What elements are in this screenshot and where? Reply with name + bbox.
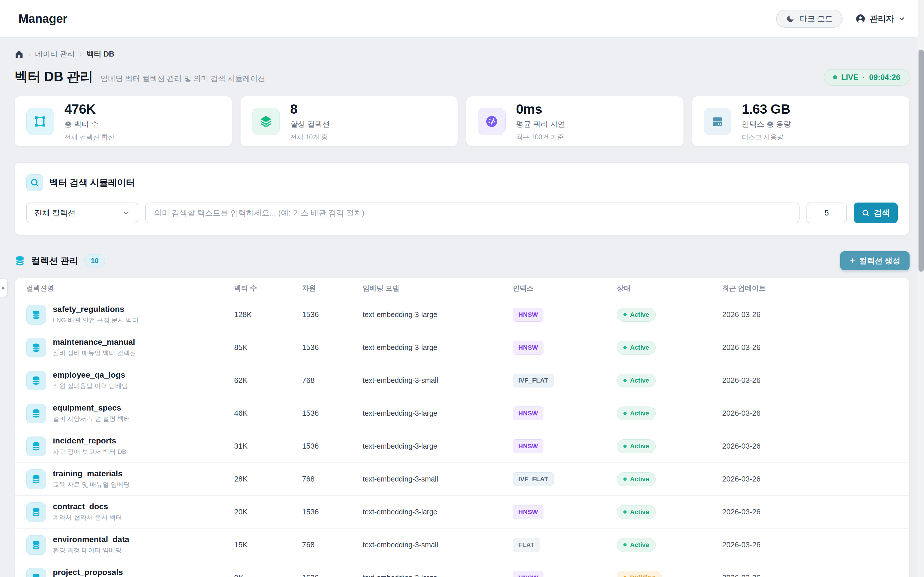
page-title: 벡터 DB 관리	[15, 68, 93, 86]
collections-table: 컬렉션명 벡터 수 차원 임베딩 모델 인덱스 상태 최근 업데이트 safet…	[15, 278, 909, 577]
dimension: 1536	[302, 508, 363, 516]
breadcrumb: › 데이터 관리 › 벡터 DB	[15, 49, 909, 59]
vector-square-icon	[26, 108, 54, 135]
database-icon	[15, 255, 26, 266]
status-label: Active	[630, 541, 649, 549]
dimension: 1536	[302, 409, 363, 418]
last-updated: 2026-03-26	[722, 310, 909, 319]
create-collection-button[interactable]: + 컬렉션 생성	[840, 251, 909, 270]
column-header-vectors: 벡터 수	[234, 284, 302, 293]
hard-drive-icon	[704, 108, 732, 135]
status-label: Active	[630, 377, 649, 384]
status-badge: Active	[617, 374, 656, 387]
scrollbar-thumb[interactable]	[919, 50, 924, 272]
top-k-input[interactable]	[806, 203, 847, 223]
collection-description: LNG·배관 안전 규정 문서 벡터	[53, 316, 139, 324]
search-query-input[interactable]	[145, 203, 800, 223]
column-header-name: 컬렉션명	[26, 284, 234, 293]
layers-icon	[252, 108, 280, 135]
last-updated: 2026-03-26	[722, 343, 909, 352]
stat-sublabel: 전체 컬렉션 합산	[65, 133, 115, 142]
dark-mode-toggle[interactable]: 다크 모드	[776, 10, 843, 28]
search-icon	[26, 174, 43, 191]
embedding-model: text-embedding-3-small	[363, 376, 513, 385]
index-type-badge: HNSW	[513, 341, 543, 355]
database-icon	[26, 568, 46, 577]
page-subtitle: 임베딩 벡터 컬렉션 관리 및 의미 검색 시뮬레이션	[100, 74, 265, 84]
database-icon	[26, 469, 46, 489]
gauge-icon	[478, 108, 506, 135]
table-row[interactable]: maintenance_manual 설비 정비 매뉴얼 벡터 컬렉션 85K …	[15, 331, 909, 364]
index-type-badge: HNSW	[513, 505, 543, 519]
status-dot-icon	[624, 477, 627, 480]
collection-name: incident_reports	[53, 436, 126, 445]
status-dot-icon	[624, 313, 627, 316]
table-header-row: 컬렉션명 벡터 수 차원 임베딩 모델 인덱스 상태 최근 업데이트	[15, 278, 909, 298]
breadcrumb-section[interactable]: 데이터 관리	[35, 49, 75, 59]
search-icon	[862, 209, 870, 217]
table-row[interactable]: safety_regulations LNG·배관 안전 규정 문서 벡터 12…	[15, 298, 909, 331]
collection-count-badge: 10	[84, 254, 105, 268]
vector-count: 31K	[234, 442, 302, 451]
index-type-badge: HNSW	[513, 571, 543, 577]
status-label: Active	[630, 475, 649, 483]
embedding-model: text-embedding-3-large	[363, 343, 513, 352]
breadcrumb-current: 벡터 DB	[86, 49, 114, 59]
scrollbar-track[interactable]	[918, 0, 924, 577]
table-row[interactable]: environmental_data 환경 측정 데이터 임베딩 15K 768…	[15, 529, 909, 561]
collection-description: 직원 질의응답 이력 임베딩	[53, 382, 128, 390]
collection-filter-select[interactable]: 전체 컬렉션	[26, 203, 138, 223]
last-updated: 2026-03-26	[722, 540, 909, 549]
last-updated: 2026-03-26	[722, 475, 909, 484]
status-label: Building	[630, 574, 656, 577]
embedding-model: text-embedding-3-small	[363, 541, 513, 549]
user-menu[interactable]: 관리자	[855, 13, 906, 24]
database-icon	[26, 535, 46, 555]
vector-count: 46K	[234, 409, 302, 418]
status-label: Active	[630, 410, 649, 417]
table-row[interactable]: project_proposals 프로젝트 제안서 벡터 컬렉션 9K 153…	[15, 561, 909, 577]
stat-sublabel: 최근 100건 기준	[516, 133, 565, 142]
search-section-title: 벡터 검색 시뮬레이터	[49, 177, 135, 189]
dimension: 1536	[302, 310, 363, 319]
stat-label: 총 벡터 수	[65, 119, 115, 129]
status-badge: Active	[617, 308, 656, 322]
table-row[interactable]: training_materials 교육 자료 및 매뉴얼 임베딩 28K 7…	[15, 463, 909, 496]
last-updated: 2026-03-26	[722, 508, 909, 516]
index-type-badge: IVF_FLAT	[513, 472, 554, 486]
status-dot-icon	[624, 379, 627, 382]
table-row[interactable]: employee_qa_logs 직원 질의응답 이력 임베딩 62K 768 …	[15, 364, 909, 397]
collection-name: training_materials	[53, 469, 130, 478]
collection-name: equipment_specs	[53, 403, 130, 413]
database-icon	[26, 437, 46, 456]
dimension: 768	[302, 540, 363, 549]
table-row[interactable]: equipment_specs 설비 사양서·도면 설명 벡터 46K 1536…	[15, 397, 909, 430]
vector-count: 15K	[234, 540, 302, 549]
database-icon	[26, 305, 46, 324]
database-icon	[26, 502, 46, 522]
table-row[interactable]: incident_reports 사고·장애 보고서 벡터 DB 31K 153…	[15, 430, 909, 463]
stat-card-total-vectors: 476K 총 벡터 수 전체 컬렉션 합산	[15, 96, 232, 147]
stat-value: 1.63 GB	[742, 101, 791, 117]
index-type-badge: FLAT	[513, 538, 540, 552]
index-type-badge: HNSW	[513, 406, 543, 420]
collection-name: employee_qa_logs	[53, 371, 128, 380]
chevron-down-icon	[898, 15, 906, 23]
status-label: Active	[630, 508, 649, 516]
table-row[interactable]: contract_docs 계약서·협약서 문서 벡터 20K 1536 tex…	[15, 496, 909, 529]
stat-card-active-collections: 8 활성 컬렉션 전체 10개 중	[240, 96, 458, 147]
top-header: Manager 다크 모드 관리자	[0, 0, 924, 37]
status-badge: Building	[617, 571, 662, 577]
home-icon[interactable]	[15, 50, 24, 59]
index-type-badge: IVF_FLAT	[513, 374, 554, 387]
database-icon	[26, 404, 46, 423]
vector-count: 28K	[234, 475, 302, 484]
status-dot-icon	[624, 346, 627, 349]
side-panel-toggle[interactable]: ▸	[0, 279, 8, 297]
column-header-model: 임베딩 모델	[363, 284, 513, 293]
embedding-model: text-embedding-3-large	[363, 508, 513, 516]
column-header-status: 상태	[617, 284, 722, 293]
search-button[interactable]: 검색	[854, 203, 898, 223]
vector-count: 20K	[234, 508, 302, 516]
database-icon	[26, 338, 46, 358]
